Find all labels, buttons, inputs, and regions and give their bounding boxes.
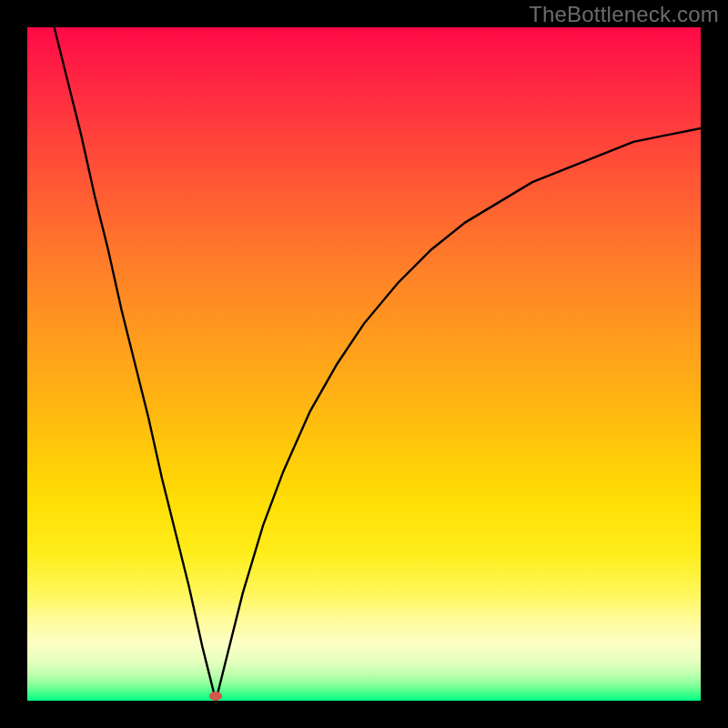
watermark-text: TheBottleneck.com [529, 2, 719, 27]
optimal-point-marker [209, 692, 222, 701]
plot-area [27, 27, 701, 701]
bottleneck-curve [55, 27, 701, 701]
chart-container: TheBottleneck.com [0, 0, 728, 728]
curve-layer [27, 27, 701, 701]
